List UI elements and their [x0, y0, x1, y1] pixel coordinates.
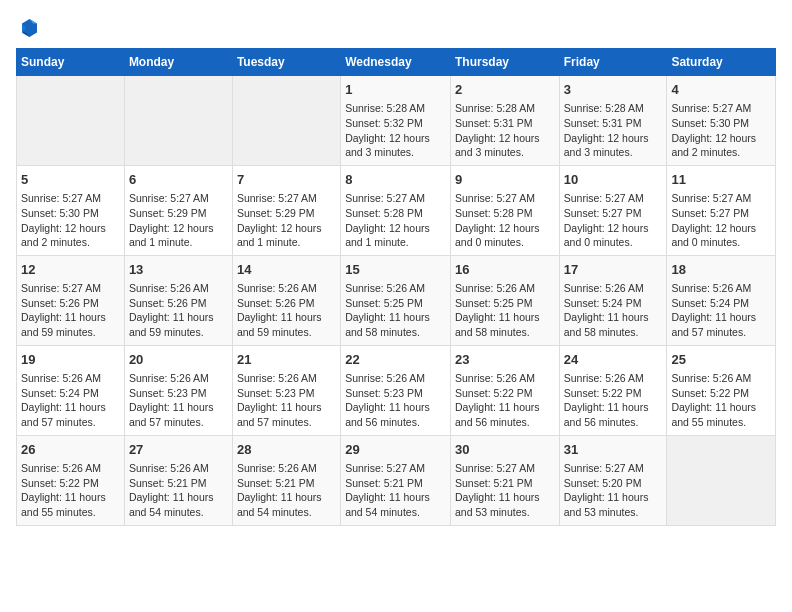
calendar-cell: 8Sunrise: 5:27 AMSunset: 5:28 PMDaylight… — [341, 165, 451, 255]
sunrise-text: Sunrise: 5:26 AM — [21, 461, 120, 476]
sunset-text: Sunset: 5:26 PM — [129, 296, 228, 311]
sunrise-text: Sunrise: 5:27 AM — [564, 461, 663, 476]
daylight-text: Daylight: 11 hours and 54 minutes. — [129, 490, 228, 519]
sunset-text: Sunset: 5:21 PM — [455, 476, 555, 491]
weekday-header: Monday — [124, 49, 232, 76]
sunrise-text: Sunrise: 5:28 AM — [345, 101, 446, 116]
calendar-cell: 30Sunrise: 5:27 AMSunset: 5:21 PMDayligh… — [450, 435, 559, 525]
sunset-text: Sunset: 5:23 PM — [345, 386, 446, 401]
day-number: 21 — [237, 351, 336, 369]
daylight-text: Daylight: 12 hours and 0 minutes. — [564, 221, 663, 250]
calendar-cell: 29Sunrise: 5:27 AMSunset: 5:21 PMDayligh… — [341, 435, 451, 525]
day-number: 22 — [345, 351, 446, 369]
calendar-cell: 12Sunrise: 5:27 AMSunset: 5:26 PMDayligh… — [17, 255, 125, 345]
calendar-cell: 19Sunrise: 5:26 AMSunset: 5:24 PMDayligh… — [17, 345, 125, 435]
sunset-text: Sunset: 5:24 PM — [671, 296, 771, 311]
daylight-text: Daylight: 12 hours and 3 minutes. — [455, 131, 555, 160]
daylight-text: Daylight: 12 hours and 0 minutes. — [455, 221, 555, 250]
calendar-cell — [17, 76, 125, 166]
sunset-text: Sunset: 5:20 PM — [564, 476, 663, 491]
sunrise-text: Sunrise: 5:26 AM — [345, 371, 446, 386]
calendar-week-row: 1Sunrise: 5:28 AMSunset: 5:32 PMDaylight… — [17, 76, 776, 166]
sunset-text: Sunset: 5:21 PM — [129, 476, 228, 491]
weekday-header: Thursday — [450, 49, 559, 76]
calendar-week-row: 19Sunrise: 5:26 AMSunset: 5:24 PMDayligh… — [17, 345, 776, 435]
sunset-text: Sunset: 5:29 PM — [129, 206, 228, 221]
calendar-week-row: 5Sunrise: 5:27 AMSunset: 5:30 PMDaylight… — [17, 165, 776, 255]
sunrise-text: Sunrise: 5:26 AM — [237, 371, 336, 386]
calendar-cell: 17Sunrise: 5:26 AMSunset: 5:24 PMDayligh… — [559, 255, 667, 345]
daylight-text: Daylight: 12 hours and 1 minute. — [129, 221, 228, 250]
calendar-cell: 4Sunrise: 5:27 AMSunset: 5:30 PMDaylight… — [667, 76, 776, 166]
sunrise-text: Sunrise: 5:27 AM — [21, 281, 120, 296]
daylight-text: Daylight: 11 hours and 57 minutes. — [237, 400, 336, 429]
day-number: 18 — [671, 261, 771, 279]
sunrise-text: Sunrise: 5:26 AM — [455, 371, 555, 386]
sunset-text: Sunset: 5:27 PM — [564, 206, 663, 221]
sunset-text: Sunset: 5:30 PM — [671, 116, 771, 131]
daylight-text: Daylight: 12 hours and 0 minutes. — [671, 221, 771, 250]
calendar-cell — [667, 435, 776, 525]
sunrise-text: Sunrise: 5:27 AM — [129, 191, 228, 206]
sunrise-text: Sunrise: 5:28 AM — [455, 101, 555, 116]
sunset-text: Sunset: 5:22 PM — [21, 476, 120, 491]
sunset-text: Sunset: 5:31 PM — [564, 116, 663, 131]
calendar-cell: 24Sunrise: 5:26 AMSunset: 5:22 PMDayligh… — [559, 345, 667, 435]
day-number: 13 — [129, 261, 228, 279]
calendar-cell: 14Sunrise: 5:26 AMSunset: 5:26 PMDayligh… — [232, 255, 340, 345]
daylight-text: Daylight: 11 hours and 59 minutes. — [237, 310, 336, 339]
calendar-cell: 10Sunrise: 5:27 AMSunset: 5:27 PMDayligh… — [559, 165, 667, 255]
sunrise-text: Sunrise: 5:26 AM — [564, 281, 663, 296]
weekday-header: Sunday — [17, 49, 125, 76]
sunrise-text: Sunrise: 5:26 AM — [237, 461, 336, 476]
calendar-cell: 13Sunrise: 5:26 AMSunset: 5:26 PMDayligh… — [124, 255, 232, 345]
day-number: 5 — [21, 171, 120, 189]
sunrise-text: Sunrise: 5:26 AM — [564, 371, 663, 386]
sunset-text: Sunset: 5:27 PM — [671, 206, 771, 221]
sunset-text: Sunset: 5:32 PM — [345, 116, 446, 131]
sunset-text: Sunset: 5:23 PM — [129, 386, 228, 401]
daylight-text: Daylight: 11 hours and 56 minutes. — [345, 400, 446, 429]
sunset-text: Sunset: 5:26 PM — [237, 296, 336, 311]
day-number: 23 — [455, 351, 555, 369]
sunrise-text: Sunrise: 5:27 AM — [671, 191, 771, 206]
calendar-cell: 18Sunrise: 5:26 AMSunset: 5:24 PMDayligh… — [667, 255, 776, 345]
day-number: 14 — [237, 261, 336, 279]
day-number: 2 — [455, 81, 555, 99]
daylight-text: Daylight: 11 hours and 57 minutes. — [129, 400, 228, 429]
sunrise-text: Sunrise: 5:26 AM — [671, 371, 771, 386]
weekday-header: Friday — [559, 49, 667, 76]
day-number: 19 — [21, 351, 120, 369]
sunrise-text: Sunrise: 5:26 AM — [345, 281, 446, 296]
day-number: 28 — [237, 441, 336, 459]
day-number: 10 — [564, 171, 663, 189]
calendar-cell: 22Sunrise: 5:26 AMSunset: 5:23 PMDayligh… — [341, 345, 451, 435]
calendar-cell: 11Sunrise: 5:27 AMSunset: 5:27 PMDayligh… — [667, 165, 776, 255]
day-number: 20 — [129, 351, 228, 369]
day-number: 25 — [671, 351, 771, 369]
daylight-text: Daylight: 12 hours and 3 minutes. — [345, 131, 446, 160]
day-number: 26 — [21, 441, 120, 459]
calendar-cell — [124, 76, 232, 166]
sunrise-text: Sunrise: 5:27 AM — [455, 461, 555, 476]
day-number: 4 — [671, 81, 771, 99]
sunset-text: Sunset: 5:24 PM — [564, 296, 663, 311]
sunrise-text: Sunrise: 5:26 AM — [129, 371, 228, 386]
sunset-text: Sunset: 5:31 PM — [455, 116, 555, 131]
daylight-text: Daylight: 11 hours and 59 minutes. — [21, 310, 120, 339]
daylight-text: Daylight: 12 hours and 2 minutes. — [21, 221, 120, 250]
calendar-cell: 3Sunrise: 5:28 AMSunset: 5:31 PMDaylight… — [559, 76, 667, 166]
weekday-header: Wednesday — [341, 49, 451, 76]
sunrise-text: Sunrise: 5:27 AM — [455, 191, 555, 206]
calendar-week-row: 12Sunrise: 5:27 AMSunset: 5:26 PMDayligh… — [17, 255, 776, 345]
sunset-text: Sunset: 5:22 PM — [455, 386, 555, 401]
calendar-cell: 6Sunrise: 5:27 AMSunset: 5:29 PMDaylight… — [124, 165, 232, 255]
sunset-text: Sunset: 5:23 PM — [237, 386, 336, 401]
daylight-text: Daylight: 12 hours and 1 minute. — [237, 221, 336, 250]
weekday-header-row: SundayMondayTuesdayWednesdayThursdayFrid… — [17, 49, 776, 76]
sunset-text: Sunset: 5:29 PM — [237, 206, 336, 221]
weekday-header: Saturday — [667, 49, 776, 76]
sunset-text: Sunset: 5:24 PM — [21, 386, 120, 401]
daylight-text: Daylight: 11 hours and 54 minutes. — [345, 490, 446, 519]
logo-icon — [16, 16, 40, 40]
